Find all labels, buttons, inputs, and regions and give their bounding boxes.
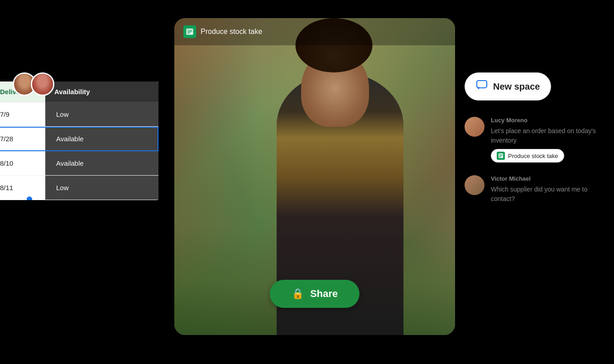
table-row[interactable]: Carrots 8/10 Available [0,151,158,176]
cell-availability-selected: Available [45,127,158,151]
svg-rect-3 [187,33,190,34]
card-top-bar: Produce stock take [174,18,455,45]
svg-rect-1 [187,30,192,31]
chat-text-2: Which supplier did you want me to contac… [491,185,600,204]
user-avatars [13,72,54,96]
chat-avatar-lucy [465,117,484,137]
attachment-label: Produce stock take [508,153,558,159]
attachment-chip[interactable]: Produce stock take [491,149,564,163]
chat-bubble-icon [476,79,488,94]
share-button[interactable]: 🔒 Share [270,280,360,308]
new-space-button[interactable]: New space [465,72,551,101]
table-row[interactable]: Bell peppers 7/9 Low [0,102,158,127]
svg-rect-8 [499,157,501,157]
svg-rect-6 [499,154,503,155]
share-label: Share [310,288,338,300]
lock-icon: 🔒 [292,288,304,300]
chat-message-2: Victor Michael Which supplier did you wa… [465,175,600,204]
sheets-icon [183,25,196,38]
avatar-2 [31,72,54,96]
table-row-selected[interactable]: Onions 7/28 Available [0,127,158,151]
chat-avatar-victor [465,175,484,195]
cell-availability: Low [45,102,158,127]
card-title: Produce stock take [201,28,262,36]
chat-content-2: Victor Michael Which supplier did you wa… [491,175,600,204]
cell-delivery: 7/9 [0,102,45,127]
chat-content-1: Lucy Moreno Let's place an order based o… [491,117,600,163]
chat-author-2: Victor Michael [491,175,600,182]
cell-delivery: 8/11 [0,176,45,200]
attachment-sheets-icon [497,152,505,160]
svg-rect-4 [477,81,487,88]
spreadsheet-table: Item Delivery Availability Bell peppers … [0,81,158,200]
chat-author-1: Lucy Moreno [491,117,600,124]
main-photo-card: Produce stock take 🔒 Share [174,18,455,335]
row-resize-handle[interactable] [27,196,32,200]
cell-delivery-selected: 7/28 [0,127,45,151]
col-header-availability: Availability [45,81,158,102]
chat-text-1: Let's place an order based on today's in… [491,126,600,145]
svg-rect-7 [499,156,503,156]
chat-message-1: Lucy Moreno Let's place an order based o… [465,117,600,163]
right-panel: New space Lucy Moreno Let's place an ord… [465,72,600,216]
new-space-label: New space [493,81,540,92]
table-row[interactable]: Salad mix 8/11 Low [0,176,158,200]
svg-rect-2 [187,31,192,32]
cell-availability: Available [45,151,158,176]
cell-delivery: 8/10 [0,151,45,176]
cell-availability: Low [45,176,158,200]
